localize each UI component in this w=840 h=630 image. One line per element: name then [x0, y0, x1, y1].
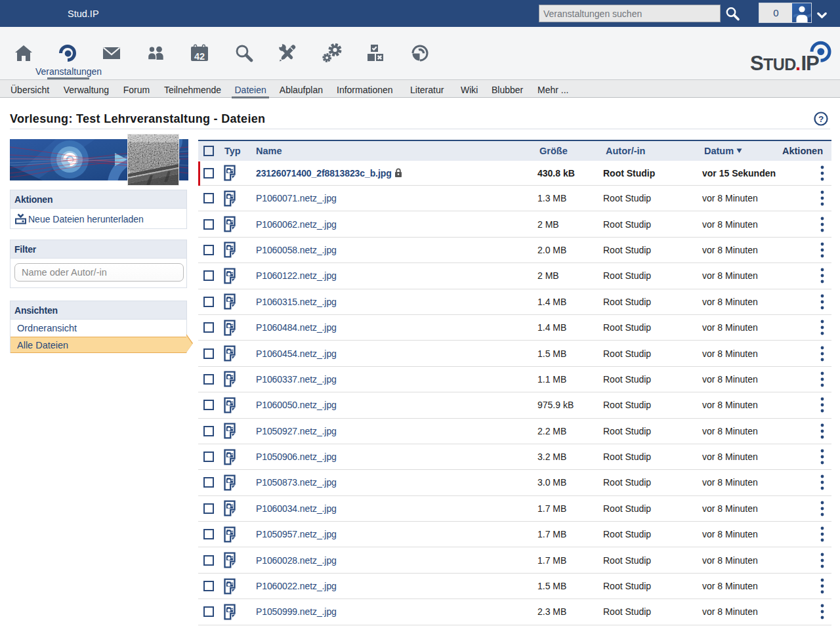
svg-text:?: ?	[818, 114, 824, 124]
svg-text:TUD: TUD	[763, 55, 796, 73]
svg-text:S: S	[750, 52, 764, 73]
svg-text:42: 42	[194, 51, 205, 62]
svg-text:IP: IP	[801, 52, 820, 73]
svg-text:.: .	[795, 53, 801, 73]
